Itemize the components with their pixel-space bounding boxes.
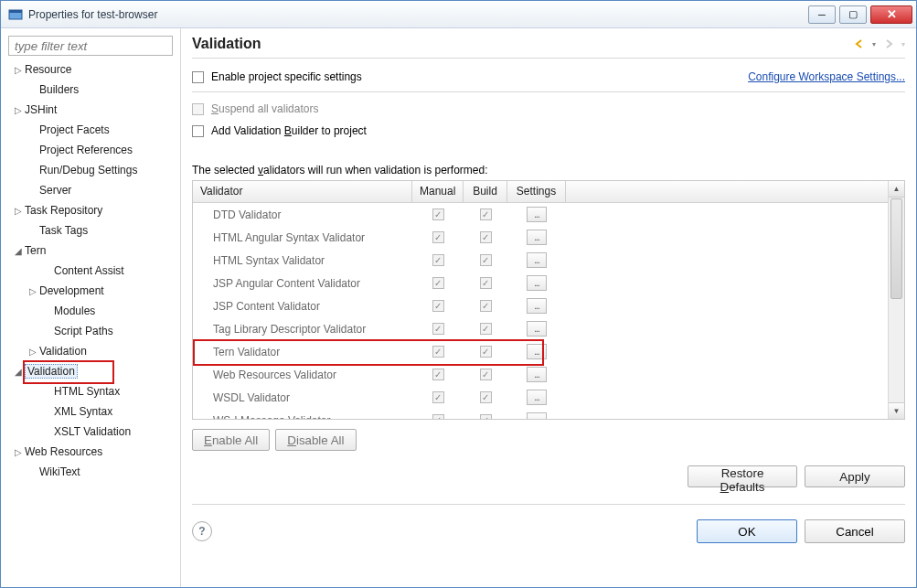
maximize-button[interactable]: ▢ [839,5,867,24]
table-row[interactable]: Tag Library Descriptor Validator... [193,317,888,340]
validator-name: HTML Angular Syntax Validator [193,231,412,244]
settings-button[interactable]: ... [527,344,547,359]
scroll-up-icon[interactable]: ▲ [889,181,904,198]
tree-item-label: Web Resources [25,445,102,458]
col-build[interactable]: Build [464,181,507,202]
ok-button[interactable]: OK [697,519,797,543]
enable-all-button: Enable All [192,429,270,451]
tree-item-xslt-validation[interactable]: XSLT Validation [8,422,173,442]
tree-item-label: Resource [25,63,71,76]
tree-item-label: JSHint [25,103,57,116]
table-row[interactable]: JSP Content Validator... [193,294,888,317]
collapse-icon[interactable]: ◢ [12,246,25,256]
tree-item-html-syntax[interactable]: HTML Syntax [8,381,173,401]
filter-input[interactable] [8,36,173,56]
tree-item-wikitext[interactable]: WikiText [8,462,173,482]
settings-button[interactable]: ... [527,275,547,291]
cancel-button[interactable]: Cancel [805,519,905,543]
tree-item-validation[interactable]: ▷Validation [8,341,173,361]
add-builder-checkbox[interactable] [192,125,204,137]
configure-workspace-link[interactable]: Configure Workspace Settings... [748,70,905,83]
expand-icon[interactable]: ▷ [12,65,25,75]
tree-item-task-repository[interactable]: ▷Task Repository [8,200,173,220]
validator-name: WSDL Validator [193,391,412,404]
col-manual[interactable]: Manual [412,181,464,202]
tree-item-development[interactable]: ▷Development [8,281,173,301]
tree-item-label: Project References [39,144,133,156]
scroll-down-icon[interactable]: ▼ [889,402,904,419]
expand-icon[interactable]: ▷ [12,447,25,457]
settings-button[interactable]: ... [527,298,547,314]
window-title: Properties for test-browser [28,8,808,21]
sidebar: ▷ResourceBuilders▷JSHintProject FacetsPr… [1,28,181,587]
enable-project-specific-checkbox[interactable] [192,71,204,83]
close-button[interactable]: ✕ [870,5,912,24]
settings-button[interactable]: ... [527,412,547,419]
table-row[interactable]: HTML Syntax Validator... [193,249,888,272]
settings-button[interactable]: ... [527,321,547,337]
tree-item-modules[interactable]: Modules [8,301,173,321]
tree-item-label: Builders [39,83,79,96]
build-checkbox [480,254,492,266]
table-scrollbar[interactable]: ▲ ▼ [888,181,904,419]
back-dropdown-icon[interactable]: ▾ [872,40,876,48]
tree-item-web-resources[interactable]: ▷Web Resources [8,442,173,462]
minimize-button[interactable]: ─ [808,5,836,24]
suspend-all-label: Suspend all validators [211,102,318,115]
tree-item-tern[interactable]: ◢Tern [8,241,173,261]
tree-item-project-facets[interactable]: Project Facets [8,120,173,140]
settings-button[interactable]: ... [527,367,547,382]
restore-defaults-button[interactable]: Restore Defaults [688,465,797,487]
expand-icon[interactable]: ▷ [27,347,39,357]
settings-button[interactable]: ... [527,207,547,222]
table-row[interactable]: HTML Angular Syntax Validator... [193,226,888,249]
tree-item-label: Validation [39,345,87,358]
tree-item-jshint[interactable]: ▷JSHint [8,100,173,120]
manual-checkbox [432,369,444,380]
tree-item-content-assist[interactable]: Content Assist [8,261,173,281]
tree-item-label: Project Facets [39,123,110,136]
settings-button[interactable]: ... [527,252,547,268]
table-row[interactable]: DTD Validator... [193,203,888,226]
manual-checkbox [432,391,444,403]
validator-name: JSP Angular Content Validator [193,277,412,290]
back-arrow-icon[interactable] [852,37,867,51]
expand-icon[interactable]: ▷ [27,286,39,296]
build-checkbox [480,414,492,419]
table-row[interactable]: WSDL Validator... [193,386,888,409]
tree-item-project-references[interactable]: Project References [8,140,173,160]
tree-item-label: Run/Debug Settings [39,164,137,176]
tree-item-run-debug-settings[interactable]: Run/Debug Settings [8,160,173,180]
table-row[interactable]: Web Resources Validator... [193,363,888,386]
tree-item-xml-syntax[interactable]: XML Syntax [8,401,173,422]
table-row[interactable]: Tern Validator... [193,340,888,363]
col-validator[interactable]: Validator [193,181,412,202]
expand-icon[interactable]: ▷ [12,206,25,216]
tree-item-label: Content Assist [54,264,124,277]
validator-name: WS-I Message Validator [193,414,412,420]
tree-item-script-paths[interactable]: Script Paths [8,321,173,341]
collapse-icon[interactable]: ◢ [12,367,25,377]
settings-button[interactable]: ... [527,230,547,245]
col-settings[interactable]: Settings [507,181,566,202]
expand-icon[interactable]: ▷ [12,105,25,115]
apply-button[interactable]: Apply [805,465,905,487]
table-row[interactable]: JSP Angular Content Validator... [193,272,888,294]
tree-item-builders[interactable]: Builders [8,80,173,100]
build-checkbox [480,391,492,403]
build-checkbox [480,231,492,243]
tree-item-server[interactable]: Server [8,180,173,200]
help-icon[interactable]: ? [192,521,212,541]
tree: ▷ResourceBuilders▷JSHintProject FacetsPr… [8,59,173,482]
scroll-thumb[interactable] [890,198,902,299]
tree-item-task-tags[interactable]: Task Tags [8,220,173,241]
settings-button[interactable]: ... [527,390,547,405]
build-checkbox [480,369,492,380]
tree-item-validation[interactable]: ◢Validation [8,361,173,381]
table-caption: The selected validators will run when va… [192,164,905,176]
tree-item-label: XSLT Validation [54,425,131,438]
validator-name: JSP Content Validator [193,300,412,313]
table-row[interactable]: WS-I Message Validator... [193,409,888,419]
svg-rect-1 [9,10,22,13]
tree-item-resource[interactable]: ▷Resource [8,59,173,80]
